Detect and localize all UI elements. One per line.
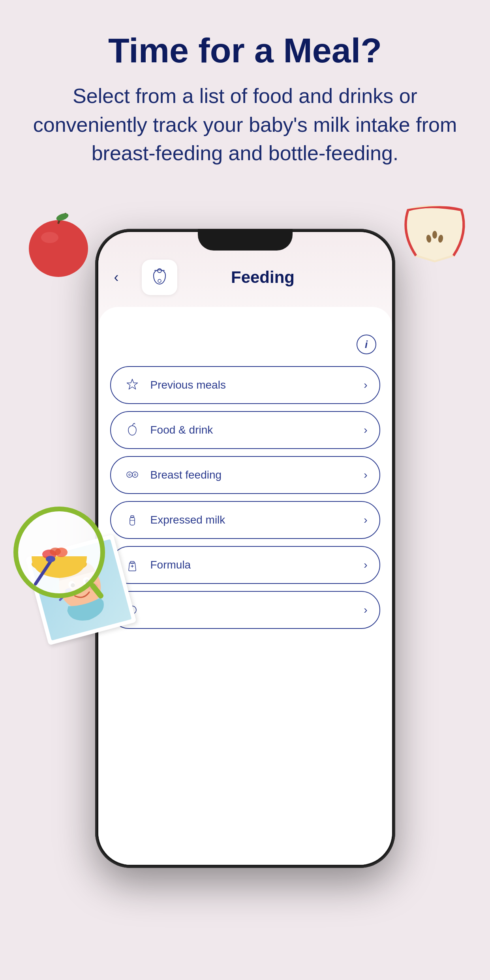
- food-drink-label: Food & drink: [150, 424, 355, 436]
- star-icon: [123, 376, 142, 395]
- menu-item-expressed-milk[interactable]: Expressed milk ›: [110, 501, 380, 539]
- chevron-right-icon: ›: [364, 379, 367, 391]
- svg-point-11: [134, 474, 136, 475]
- app-content: ‹ Feeding: [98, 232, 392, 865]
- svg-line-25: [93, 586, 101, 596]
- apple-icon: [123, 421, 142, 440]
- phone-frame-container: ‹ Feeding: [95, 229, 395, 868]
- menu-item-formula[interactable]: Formula ›: [110, 546, 380, 584]
- phone-notch: [198, 229, 293, 251]
- menu-item-previous-meals[interactable]: Previous meals ›: [110, 366, 380, 404]
- chevron-right-icon: ›: [364, 514, 367, 526]
- menu-item-extra[interactable]: ›: [110, 591, 380, 629]
- svg-point-6: [158, 269, 161, 273]
- svg-rect-13: [131, 516, 134, 518]
- info-row: i: [98, 331, 392, 362]
- menu-item-food-drink[interactable]: Food & drink ›: [110, 411, 380, 449]
- svg-point-0: [29, 220, 88, 277]
- breast-feeding-icon: [123, 466, 142, 484]
- bib-icon: [149, 267, 170, 288]
- expressed-milk-label: Expressed milk: [150, 514, 355, 526]
- svg-point-3: [432, 231, 437, 239]
- svg-rect-12: [130, 517, 135, 525]
- apple-whole-decoration: [23, 209, 94, 280]
- chevron-right-icon: ›: [364, 559, 367, 571]
- curved-background: [98, 307, 392, 331]
- svg-point-10: [129, 474, 130, 475]
- page-subtitle: Select from a list of food and drinks or…: [32, 82, 458, 168]
- formula-label: Formula: [150, 559, 355, 571]
- menu-list: Previous meals ›: [98, 362, 392, 865]
- svg-point-24: [46, 556, 55, 562]
- svg-rect-15: [130, 561, 134, 563]
- page-title: Time for a Meal?: [32, 32, 458, 70]
- svg-point-22: [50, 548, 61, 555]
- feeding-icon-box: [142, 260, 177, 295]
- svg-point-7: [158, 279, 161, 282]
- phone-frame: ‹ Feeding: [95, 229, 395, 868]
- previous-meals-label: Previous meals: [150, 379, 355, 391]
- svg-point-1: [41, 232, 58, 243]
- chevron-right-icon: ›: [364, 469, 367, 481]
- page-background: Time for a Meal? Select from a list of f…: [0, 0, 490, 980]
- bowl-decoration: [8, 505, 111, 608]
- chevron-right-icon: ›: [364, 604, 367, 616]
- chevron-right-icon: ›: [364, 424, 367, 436]
- app-title-text: Feeding: [185, 268, 341, 287]
- back-button[interactable]: ‹: [114, 269, 134, 286]
- header-section: Time for a Meal? Select from a list of f…: [0, 0, 490, 183]
- phone-screen: ‹ Feeding: [98, 232, 392, 865]
- svg-point-8: [127, 472, 132, 477]
- info-button[interactable]: i: [357, 335, 376, 354]
- breast-feeding-label: Breast feeding: [150, 469, 355, 481]
- svg-point-9: [132, 472, 138, 477]
- milk-bottle-icon: [123, 511, 142, 529]
- menu-item-breast-feeding[interactable]: Breast feeding ›: [110, 456, 380, 494]
- formula-icon: [123, 555, 142, 574]
- apple-slice-decoration: [399, 201, 470, 264]
